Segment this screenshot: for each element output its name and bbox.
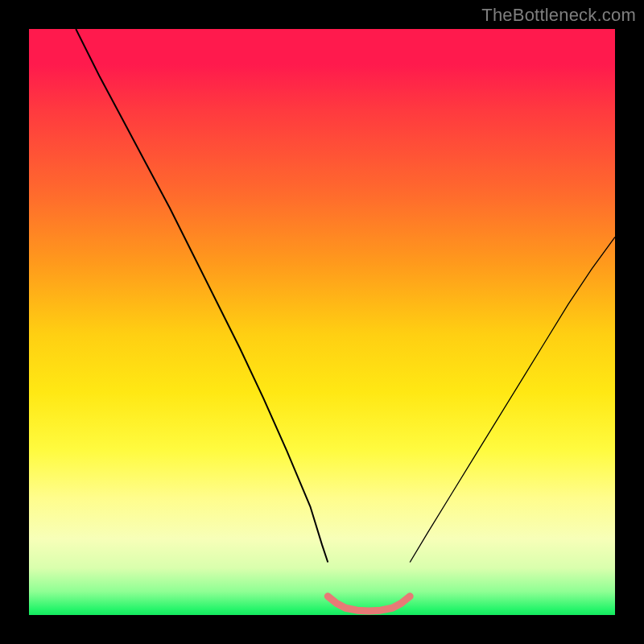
series-flat-bottom [328, 597, 410, 611]
series-canvas [29, 29, 615, 615]
watermark-text: TheBottleneck.com [481, 5, 636, 26]
series-curve-right [410, 237, 615, 562]
plot-area [29, 29, 615, 615]
chart-frame: TheBottleneck.com [0, 0, 644, 644]
series-curve-left [76, 29, 328, 562]
